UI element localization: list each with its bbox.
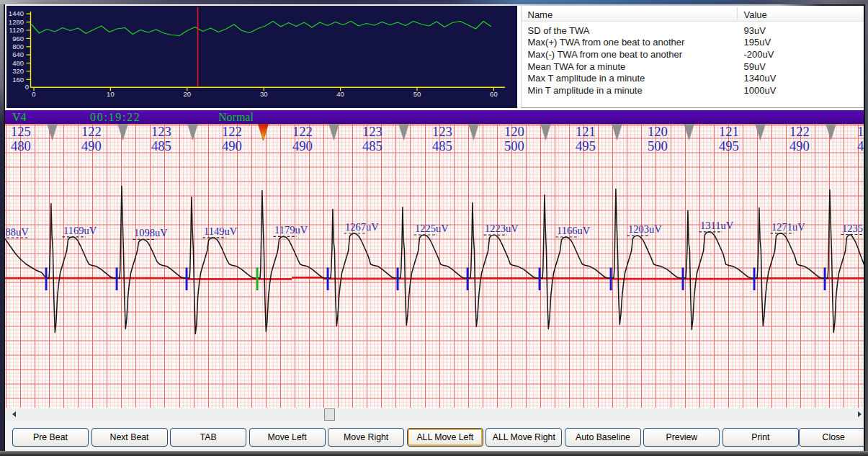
svg-text:480: 480 — [12, 59, 24, 67]
svg-text:960: 960 — [12, 35, 24, 43]
svg-text:88uV: 88uV — [6, 225, 30, 237]
svg-text:122: 122 — [789, 124, 810, 139]
svg-text:500: 500 — [648, 138, 668, 153]
svg-text:485: 485 — [432, 138, 452, 153]
svg-text:1440: 1440 — [9, 9, 24, 17]
svg-text:121: 121 — [576, 124, 596, 139]
svg-text:1166uV: 1166uV — [557, 225, 591, 236]
svg-text:125: 125 — [11, 124, 31, 139]
svg-text:485: 485 — [151, 138, 171, 153]
svg-text:0: 0 — [32, 90, 35, 98]
svg-text:50: 50 — [413, 90, 421, 98]
svg-text:490: 490 — [292, 138, 313, 153]
svg-text:160: 160 — [12, 76, 24, 84]
svg-text:1179uV: 1179uV — [274, 224, 308, 236]
svg-text:123: 123 — [362, 124, 382, 139]
svg-text:1271uV: 1271uV — [771, 220, 805, 232]
svg-text:1235uV: 1235uV — [842, 222, 864, 233]
svg-text:122: 122 — [81, 124, 102, 139]
svg-text:320: 320 — [12, 67, 24, 75]
svg-text:485: 485 — [362, 138, 382, 153]
svg-text:1223uV: 1223uV — [485, 223, 519, 234]
svg-text:1280: 1280 — [9, 18, 24, 26]
svg-text:120: 120 — [504, 124, 524, 139]
svg-text:480: 480 — [11, 138, 31, 153]
svg-text:122: 122 — [222, 124, 242, 139]
svg-text:1149uV: 1149uV — [204, 225, 238, 236]
svg-text:1311uV: 1311uV — [700, 219, 734, 231]
svg-text:123: 123 — [432, 124, 452, 139]
svg-text:490: 490 — [789, 138, 810, 153]
svg-text:500: 500 — [504, 138, 524, 153]
svg-text:122: 122 — [292, 124, 313, 139]
svg-text:495: 495 — [576, 138, 596, 153]
svg-text:1267uV: 1267uV — [345, 221, 379, 233]
svg-text:1225uV: 1225uV — [415, 223, 449, 234]
svg-text:0: 0 — [25, 83, 29, 91]
svg-text:121: 121 — [719, 124, 739, 139]
svg-text:30: 30 — [260, 90, 268, 98]
svg-text:60: 60 — [490, 90, 498, 98]
svg-text:123: 123 — [151, 124, 171, 139]
svg-text:800: 800 — [12, 43, 24, 50]
svg-text:49: 49 — [857, 138, 864, 153]
svg-text:495: 495 — [719, 138, 739, 153]
svg-text:1203uV: 1203uV — [628, 223, 662, 235]
svg-text:40: 40 — [336, 90, 344, 98]
svg-text:1120: 1120 — [9, 26, 24, 34]
svg-text:12: 12 — [857, 124, 864, 139]
svg-text:640: 640 — [12, 50, 24, 58]
svg-text:490: 490 — [81, 138, 102, 153]
svg-text:490: 490 — [222, 138, 242, 153]
svg-text:1098uV: 1098uV — [134, 227, 168, 238]
svg-text:10: 10 — [107, 90, 115, 98]
svg-text:120: 120 — [648, 124, 668, 139]
svg-text:20: 20 — [184, 90, 192, 98]
svg-text:1169uV: 1169uV — [63, 224, 97, 236]
